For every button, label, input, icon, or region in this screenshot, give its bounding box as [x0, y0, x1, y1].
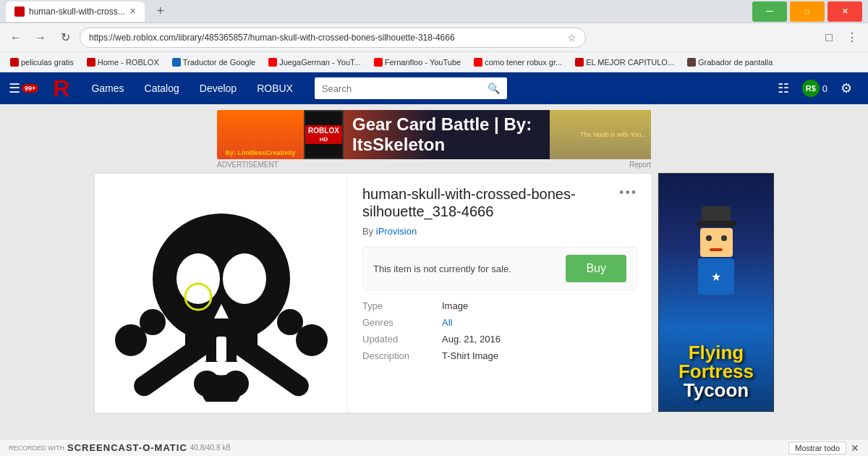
more-options-button[interactable]: •••	[619, 185, 637, 200]
bookmarks-bar: peliculas gratis Home - ROBLOX Traductor…	[0, 52, 868, 72]
flying-title: FlyingFortressTycoon	[678, 343, 754, 400]
navbar-right: ☷ R$ 0 ⚙	[770, 75, 859, 101]
browser-menu: □ ⋮	[819, 28, 862, 48]
settings-menu-button[interactable]: ⋮	[842, 28, 862, 48]
settings-icon[interactable]: ⚙	[833, 75, 859, 101]
item-author: By iProvision	[362, 226, 637, 237]
genres-value[interactable]: All	[442, 317, 637, 328]
not-for-sale-banner: This item is not currently for sale. Buy	[362, 247, 637, 290]
bookmark-icon	[10, 58, 19, 67]
close-window-button[interactable]: ✕	[827, 1, 862, 22]
chat-icon[interactable]: ☷	[770, 75, 796, 101]
window-controls: — □ ✕	[752, 1, 862, 22]
item-title: human-skull-with-crossed-bones-silhouett…	[362, 185, 608, 220]
ad-banner: By: LimitlessCreativity ROBLOXHD Gear Ca…	[217, 110, 651, 159]
nav-catalog[interactable]: Catalog	[135, 72, 190, 104]
file-size: 40.8/40.8 kB	[190, 444, 231, 452]
buy-button[interactable]: Buy	[566, 255, 626, 282]
title-bar: human-skull-with-cross... ✕ + — □ ✕	[0, 0, 868, 23]
bookmark-label: Fernanfloo - YouTube	[385, 58, 461, 67]
hamburger-menu[interactable]: ☰ 99+	[9, 80, 38, 96]
maximize-button[interactable]: □	[790, 1, 825, 22]
bookmark-label: Home - ROBLOX	[98, 58, 159, 67]
roblox-navbar: ☰ 99+ R Games Catalog Develop ROBUX 🔍 ☷ …	[0, 72, 868, 104]
tab-close-button[interactable]: ✕	[129, 7, 136, 16]
bookmark-peliculas[interactable]: peliculas gratis	[6, 56, 78, 68]
svg-point-15	[277, 309, 303, 335]
robux-icon: R$	[802, 80, 820, 97]
browser-frame: human-skull-with-cross... ✕ + — □ ✕ ← → …	[0, 0, 868, 456]
character-head	[700, 228, 733, 257]
url-text: https://web.roblox.com/library/485365857…	[89, 33, 567, 43]
character-body: ★	[698, 258, 734, 295]
search-input[interactable]	[315, 77, 481, 99]
bookmark-fernanfloo[interactable]: Fernanfloo - YouTube	[370, 56, 465, 68]
bookmark-robux[interactable]: como tener robux gr...	[469, 56, 566, 68]
ad-logo-area: ROBLOXHD	[304, 110, 344, 159]
nav-robux[interactable]: ROBUX	[247, 72, 303, 104]
bookmark-icon	[575, 58, 584, 67]
svg-point-17	[223, 371, 249, 397]
reload-button[interactable]: ↻	[55, 28, 75, 48]
content-area: human-skull-with-crossed-bones-silhouett…	[0, 169, 868, 413]
bookmark-label: JuegaGerman - YouT...	[279, 58, 361, 67]
item-panel: human-skull-with-crossed-bones-silhouett…	[94, 173, 652, 413]
svg-point-10	[140, 309, 166, 335]
item-title-row: human-skull-with-crossed-bones-silhouett…	[362, 185, 637, 220]
svg-point-6	[223, 253, 266, 304]
bookmark-star-icon[interactable]: ☆	[567, 32, 576, 43]
ad-title: Gear Card Battle | By: ItsSkeleton	[352, 114, 550, 155]
advertisement-label: ADVERTISEMENT	[217, 161, 278, 169]
address-icons: ☆	[567, 32, 576, 43]
back-button[interactable]: ←	[6, 28, 26, 48]
bookmark-icon	[268, 58, 277, 67]
search-button[interactable]: 🔍	[481, 77, 507, 99]
bookmark-label: como tener robux gr...	[485, 58, 562, 67]
bottom-right-controls: Mostrar todo ✕	[788, 442, 859, 455]
ad-tagline: The Noob is with You...	[580, 131, 647, 138]
nav-develop[interactable]: Develop	[190, 72, 247, 104]
roblox-logo: R	[53, 75, 69, 102]
genres-label: Genres	[362, 317, 442, 328]
bookmark-roblox-home[interactable]: Home - ROBLOX	[82, 56, 163, 68]
bookmark-juegagerman[interactable]: JuegaGerman - YouT...	[264, 56, 365, 68]
updated-value: Aug. 21, 2016	[442, 334, 637, 345]
item-details: human-skull-with-crossed-bones-silhouett…	[348, 174, 652, 413]
item-row: human-skull-with-crossed-bones-silhouett…	[95, 174, 652, 413]
minimize-button[interactable]: —	[752, 1, 787, 22]
bookmark-icon	[172, 58, 181, 67]
new-tab-button[interactable]: +	[150, 1, 171, 22]
cast-icon[interactable]: □	[819, 28, 839, 48]
report-label[interactable]: Report	[629, 161, 651, 169]
author-link[interactable]: iProvision	[376, 226, 417, 237]
item-image-area	[95, 174, 348, 413]
type-label: Type	[362, 300, 442, 311]
bookmark-icon	[687, 58, 696, 67]
forward-button[interactable]: →	[30, 28, 51, 48]
nav-games[interactable]: Games	[81, 72, 134, 104]
bookmark-grabador[interactable]: Grabador de pantalla	[683, 56, 777, 68]
url-bar[interactable]: https://web.roblox.com/library/485365857…	[80, 28, 586, 48]
author-prefix: By	[362, 226, 373, 237]
bookmark-icon	[374, 58, 383, 67]
screencast-brand: SCREENCAST-O-MATIC	[67, 442, 187, 453]
right-ad: ★ FlyingFortressTycoon	[658, 173, 774, 412]
bookmark-mejor-capitulo[interactable]: EL MEJOR CAPITULO...	[571, 56, 678, 68]
not-for-sale-text: This item is not currently for sale.	[373, 263, 511, 274]
hat-brim	[697, 221, 736, 227]
ad-info: ADVERTISEMENT Report	[217, 161, 651, 169]
robux-display: R$ 0	[802, 80, 827, 97]
bookmark-traductor[interactable]: Traductor de Google	[168, 56, 260, 68]
address-bar: ← → ↻ https://web.roblox.com/library/485…	[0, 23, 868, 52]
ad-right: Gear Card Battle | By: ItsSkeleton	[344, 110, 550, 159]
updated-label: Updated	[362, 334, 442, 345]
svg-point-0	[153, 214, 290, 344]
browser-tab[interactable]: human-skull-with-cross... ✕	[6, 1, 145, 22]
notification-badge: 99+	[22, 84, 38, 93]
svg-rect-3	[216, 337, 226, 362]
show-all-button[interactable]: Mostrar todo	[788, 442, 846, 455]
recorded-with-label: RECORDED WITH	[9, 444, 64, 452]
page-content: ☰ 99+ R Games Catalog Develop ROBUX 🔍 ☷ …	[0, 72, 868, 439]
skull-image	[113, 185, 330, 402]
bottom-close-button[interactable]: ✕	[851, 442, 859, 454]
